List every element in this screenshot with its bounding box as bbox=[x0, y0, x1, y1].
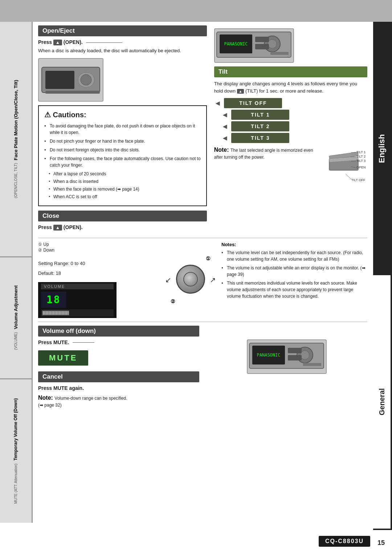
tilt-row-3: ◄ TILT 3 bbox=[214, 133, 367, 143]
tilt-row-2: ◄ TILT 2 bbox=[214, 121, 367, 131]
tilt-note-text: Note: The last selected angle is memoriz… bbox=[214, 147, 319, 160]
svg-rect-32 bbox=[288, 355, 302, 360]
connector-line2 bbox=[73, 342, 94, 343]
tilt-note-section: Note: The last selected angle is memoriz… bbox=[214, 147, 367, 188]
tilt-body: The display angle changes among 4 levels… bbox=[214, 80, 367, 94]
tilt-bar-3: TILT 3 bbox=[231, 133, 289, 143]
tilt-row-1: ◄ TILT 1 bbox=[214, 110, 367, 120]
tilt-bar-0: TILT OFF bbox=[224, 98, 282, 108]
svg-text:PANASONIC: PANASONIC bbox=[257, 353, 281, 358]
tilt-row-0: ◄ TILT OFF bbox=[214, 98, 367, 108]
tilt-arrow-1: ◄ bbox=[221, 111, 229, 119]
svg-rect-11 bbox=[255, 44, 269, 49]
tilt-diagram: ◄ TILT OFF ◄ TILT 1 ◄ TILT 2 ◄ TILT 3 bbox=[214, 98, 367, 143]
note-item-2: The volume is not adjustable while an er… bbox=[221, 265, 367, 278]
left-col: Open/Eject Press ▲ (OPEN). When a disc i… bbox=[38, 25, 207, 232]
note-bottom-text: Volume-down range can be specified. bbox=[54, 396, 127, 401]
sub-item-4: When ACC is set to off bbox=[44, 194, 201, 200]
svg-text:TILT OFF: TILT OFF bbox=[351, 178, 366, 182]
svg-text:TILT 1: TILT 1 bbox=[356, 150, 366, 154]
svg-point-9 bbox=[268, 40, 277, 48]
down-arrow: ↙ bbox=[165, 276, 171, 284]
divider2 bbox=[38, 322, 367, 322]
notes-bold: Notes: bbox=[221, 242, 367, 247]
mute-display-container: MUTE bbox=[38, 348, 199, 368]
svg-rect-33 bbox=[303, 363, 321, 366]
note-item-1: The volume level can be set independentl… bbox=[221, 249, 367, 262]
volume-value: 18 bbox=[41, 292, 66, 308]
cancel-suffix: again. bbox=[68, 385, 84, 391]
volume-off-press: Press MUTE. bbox=[38, 339, 199, 345]
default-val: Default: 18 bbox=[38, 270, 160, 277]
top-bar bbox=[0, 0, 392, 22]
up-arrow: ↗ bbox=[210, 276, 216, 284]
close-press: Press ▲ (OPEN). bbox=[38, 224, 207, 230]
divider bbox=[38, 238, 367, 238]
device-svg bbox=[40, 60, 102, 100]
volume-notes: Notes: The volume level can be set indep… bbox=[221, 242, 367, 318]
cancel-mute-bold: MUTE bbox=[53, 385, 68, 391]
svg-rect-31 bbox=[288, 348, 302, 353]
volume-off-header: Volume off (down) bbox=[38, 326, 199, 337]
caution-item-3: Do not insert foreign objects into the d… bbox=[44, 147, 201, 153]
volume-off-section: Volume off (down) Press MUTE. MUTE Cance… bbox=[38, 326, 367, 408]
close-header: Close bbox=[38, 211, 207, 221]
model-number: CQ-C8803U bbox=[319, 536, 370, 547]
volume-label: VOLUME bbox=[41, 284, 114, 289]
svg-line-25 bbox=[346, 174, 351, 179]
knob-container: ① ② ↙ ↗ bbox=[174, 263, 207, 297]
down-label: ② Down bbox=[38, 248, 160, 253]
caution-item-2: Do not pinch your finger or hand in the … bbox=[44, 138, 201, 144]
volume-sub-label: (VOLUME) bbox=[14, 332, 18, 350]
sub-item-1: After a lapse of 20 seconds bbox=[44, 171, 201, 177]
cancel-press: Press MUTE again. bbox=[38, 385, 199, 391]
page-number: 15 bbox=[377, 539, 385, 547]
svg-rect-12 bbox=[270, 52, 289, 55]
mute-main-label: Temporary Volume Off (Down) bbox=[13, 398, 18, 461]
volume-main-label: Volume Adjustment bbox=[13, 285, 19, 329]
volume-knob bbox=[176, 265, 205, 294]
open-eject-device-image bbox=[38, 58, 103, 102]
sub-item-3: When the face plate is removed (➡ page 1… bbox=[44, 186, 201, 192]
mute-svg: PANASONIC bbox=[249, 341, 325, 372]
caution-item-4: For the following cases, the face plate … bbox=[44, 155, 201, 168]
tilt-header: Tilt bbox=[214, 66, 367, 77]
page: English General Face Plate Motion (Open/… bbox=[0, 0, 392, 554]
sub-item-2: When a disc is inserted bbox=[44, 178, 201, 185]
tilt-bar-2: TILT 2 bbox=[231, 121, 289, 131]
tilt-arrow-0: ◄ bbox=[214, 99, 221, 107]
cautions-box: ⚠ Cautions: To avoid damaging the face p… bbox=[38, 105, 207, 206]
mute-sub-label: MUTE (ATT: Attenuation) bbox=[14, 464, 18, 504]
volume-section: ① Up ② Down Setting Range: 0 to 40 Defau… bbox=[38, 242, 367, 318]
num2-label: ② bbox=[171, 298, 175, 304]
up-label: ① Up bbox=[38, 242, 160, 247]
top-section: Open/Eject Press ▲ (OPEN). When a disc i… bbox=[38, 25, 367, 232]
svg-text:PANASONIC: PANASONIC bbox=[224, 41, 248, 46]
cancel-header: Cancel bbox=[38, 371, 199, 382]
svg-rect-10 bbox=[255, 37, 269, 42]
note-page-ref: (➡ page 32) bbox=[38, 403, 62, 408]
english-label: English bbox=[373, 22, 392, 275]
volume-display-box: VOLUME 18 bbox=[38, 282, 117, 318]
mute-bold: MUTE bbox=[53, 339, 68, 345]
tilt-symbol: ▲ bbox=[237, 89, 244, 94]
volume-knob-col: ① ② ↙ ↗ bbox=[167, 242, 214, 318]
mute-section-label: Temporary Volume Off (Down) MUTE (ATT: A… bbox=[0, 379, 33, 523]
tilt-top-svg: PANASONIC bbox=[216, 30, 292, 61]
note-item-3: This unit memorizes individual volume le… bbox=[221, 280, 367, 300]
open-eject-header: Open/Eject bbox=[38, 25, 207, 36]
tilt-bar-1: TILT 1 bbox=[231, 110, 289, 120]
volume-section-label: Volume Adjustment (VOLUME) bbox=[0, 257, 33, 379]
caution-item-1: To avoid damaging the face plate, do not… bbox=[44, 123, 201, 136]
main-content: Open/Eject Press ▲ (OPEN). When a disc i… bbox=[34, 25, 371, 408]
open-symbol: ▲ bbox=[53, 40, 62, 45]
svg-text:TILT 3: TILT 3 bbox=[356, 159, 366, 163]
tilt-note-bold: Note: bbox=[214, 147, 229, 153]
face-plate-sub-label: (OPEN/CLOSE, TILT) bbox=[14, 163, 18, 198]
open-eject-press: Press ▲ (OPEN). bbox=[38, 39, 207, 45]
svg-text:OPEN: OPEN bbox=[356, 166, 366, 169]
right-sidebar: English General bbox=[373, 22, 392, 530]
note-bottom-bold: Note: bbox=[38, 395, 53, 401]
tilt-angle-svg: TILT 1 TILT 2 TILT 3 OPEN TILT OFF bbox=[324, 147, 366, 187]
tilt-arrow-2: ◄ bbox=[221, 122, 229, 131]
